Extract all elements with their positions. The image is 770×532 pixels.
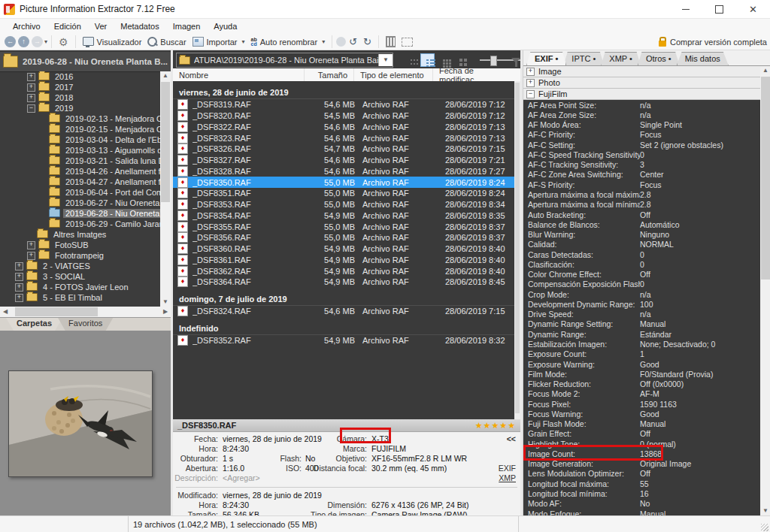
exif-row[interactable]: Exposure Warning:Good	[523, 359, 760, 369]
filter-icon[interactable]	[511, 58, 520, 63]
file-row[interactable]: ♦_DSF8328.RAF54,6 MBArchivo RAF28/06/201…	[173, 166, 514, 177]
exif-row[interactable]: Crop Mode:n/a	[523, 289, 760, 299]
tree-item[interactable]: +Fototrampeig	[0, 250, 160, 261]
expand-icon[interactable]: +	[15, 294, 23, 302]
exif-row[interactable]: Estabilización Imagen:None; Desactivado;…	[523, 339, 760, 349]
resize-grip[interactable]	[761, 524, 768, 531]
tree-item[interactable]: +2018	[0, 92, 160, 103]
file-row[interactable]: ♦_DSF8354.RAF54,9 MBArchivo RAF28/06/201…	[173, 210, 514, 222]
exif-row[interactable]: AF-C Tracking Sensitivity:3	[523, 160, 760, 170]
tree-item[interactable]: 2019-03-21 - Salida luna Dreams	[0, 156, 160, 166]
expand-icon[interactable]: +	[27, 252, 35, 260]
close-button[interactable]: ✕	[736, 0, 770, 18]
back-button[interactable]: ←	[5, 36, 16, 47]
view-details-button[interactable]	[420, 53, 435, 67]
descripcion-add[interactable]: <Agregar>	[223, 473, 260, 482]
section-image[interactable]: +Image	[523, 66, 760, 77]
thumbnail-size-slider[interactable]	[480, 55, 498, 65]
preview-image[interactable]	[8, 370, 153, 477]
exif-row[interactable]: Focus Pixel:1590 1163	[523, 399, 760, 409]
exif-row[interactable]: AF Area Point Size:n/a	[523, 100, 760, 110]
tree-item[interactable]: +2 - VIATGES	[0, 261, 160, 271]
exif-row[interactable]: Caras Detectadas:0	[523, 249, 760, 259]
exif-row[interactable]: Exposure Count:1	[523, 349, 760, 359]
view-small-icons-button[interactable]	[404, 53, 418, 67]
expand-icon[interactable]: +	[27, 73, 35, 81]
forward-button[interactable]: →	[32, 36, 43, 47]
file-row[interactable]: ♦_DSF8322.RAF54,6 MBArchivo RAF28/06/201…	[173, 122, 514, 133]
tree-item[interactable]: −2019	[0, 103, 160, 113]
expand-icon[interactable]: +	[15, 262, 23, 271]
tab-carpetas[interactable]: Carpetas	[6, 318, 62, 331]
rotate-left-button[interactable]: ↺	[346, 35, 360, 48]
section-photo[interactable]: +Photo	[523, 77, 760, 89]
collapse-icon[interactable]: −	[27, 104, 35, 113]
settings-button[interactable]: ⚙	[56, 35, 71, 49]
tree-item[interactable]: 2019-06-27 - Niu Oreneta Planta	[0, 198, 160, 208]
file-row[interactable]: ♦_DSF8356.RAF55,0 MBArchivo RAF28/06/201…	[173, 232, 514, 243]
menu-imagen[interactable]: Imagen	[166, 20, 208, 32]
minimize-button[interactable]	[668, 0, 702, 18]
tree-item[interactable]: +5 - EB El Timbal	[0, 292, 160, 303]
tab-otros[interactable]: Otros •	[638, 52, 680, 65]
exif-row[interactable]: AF-C Setting:Set 2 (ignore obstacles)	[523, 140, 760, 150]
file-row[interactable]: ♦_DSF8362.RAF54,9 MBArchivo RAF28/06/201…	[173, 265, 514, 277]
tree-item[interactable]: +4 - FOTOS Javier Leon	[0, 282, 160, 292]
exif-row[interactable]: Clasificación:0	[523, 259, 760, 269]
refresh-button-disabled[interactable]	[336, 37, 346, 47]
exif-row[interactable]: AF-S Priority:Focus	[523, 180, 760, 189]
file-row[interactable]: ♦_DSF8350.RAF55,0 MBArchivo RAF28/06/201…	[173, 177, 514, 188]
exif-row[interactable]: Longitud focal mínima:16	[523, 488, 760, 498]
tab-exif[interactable]: EXIF •	[526, 52, 566, 65]
view-grid-button[interactable]	[437, 53, 451, 67]
rating-stars[interactable]: ★★★★★	[475, 421, 520, 431]
file-row[interactable]: ♦_DSF8351.RAF55,0 MBArchivo RAF28/06/201…	[173, 188, 514, 199]
tree-item[interactable]: +3 - SOCIAL	[0, 271, 160, 282]
expand-icon[interactable]: +	[27, 83, 35, 92]
menu-archivo[interactable]: Archivo	[6, 20, 47, 32]
exif-row[interactable]: Modo Enfoque:Manual	[523, 509, 760, 515]
tree-item[interactable]: Altres Imatges	[0, 229, 160, 240]
exif-scroll-thumb[interactable]	[761, 77, 770, 280]
tab-iptc[interactable]: IPTC •	[563, 52, 604, 65]
expand-icon[interactable]: +	[15, 273, 23, 281]
file-row[interactable]: ♦_DSF8353.RAF55,0 MBArchivo RAF28/06/201…	[173, 199, 514, 210]
file-row[interactable]: ♦_DSF8352.RAF54,9 MBArchivo RAF28/06/201…	[173, 335, 514, 346]
importar-button[interactable]: Importar ▾	[189, 36, 248, 47]
visualizador-button[interactable]: Visualizador	[80, 36, 145, 48]
section-fujifilm[interactable]: −FujiFilm	[523, 89, 760, 100]
tree-item[interactable]: 2019-02-13 - Menjadora Can Lle	[0, 113, 160, 124]
exif-row[interactable]: AF Area Zone Size:n/a	[523, 110, 760, 119]
expand-icon[interactable]: +	[27, 241, 35, 249]
file-row[interactable]: ♦_DSF8323.RAF54,6 MBArchivo RAF28/06/201…	[173, 132, 514, 144]
exif-row[interactable]: Fuji Flash Mode:Manual	[523, 419, 760, 429]
slider-thumb[interactable]	[490, 56, 497, 66]
exif-link[interactable]: EXIF	[499, 464, 516, 473]
exif-row[interactable]: Compensación Exposición Flash:0	[523, 280, 760, 289]
exif-row[interactable]: Lens Modulation Optimizer:Off	[523, 469, 760, 479]
column-nombre[interactable]: Nombre	[173, 68, 305, 81]
tree-item[interactable]: 2019-06-29 - Camilo Jaramillo	[0, 219, 160, 229]
exif-row[interactable]: Blur Warning:Ninguno	[523, 229, 760, 239]
filelist-scrollbar[interactable]	[514, 81, 520, 419]
tree-item[interactable]: 2019-04-27 - Anellament falcon	[0, 177, 160, 187]
tab-misdatos[interactable]: Mis datos	[677, 52, 729, 65]
tree-item[interactable]: 2019-03-04 - Delta de l'Ebre	[0, 135, 160, 145]
exif-row[interactable]: Color Chrome Effect:Off	[523, 270, 760, 280]
exif-row[interactable]: Dynamic Range Setting:Manual	[523, 319, 760, 329]
tree-item[interactable]: +2017	[0, 82, 160, 92]
file-row[interactable]: ♦_DSF8355.RAF55,0 MBArchivo RAF28/06/201…	[173, 221, 514, 232]
exif-row[interactable]: Apertura máxima a focal mínima:2.8	[523, 200, 760, 210]
tree-vertical-scrollbar[interactable]: ▲ ▼	[160, 71, 171, 307]
history-dropdown[interactable]: ▾	[44, 38, 47, 45]
exif-row[interactable]: Drive Speed:n/a	[523, 310, 760, 319]
exif-row[interactable]: AF-C Priority:Focus	[523, 130, 760, 140]
rotate-right-button[interactable]: ↻	[360, 35, 374, 48]
tab-favoritos[interactable]: Favoritos	[58, 318, 113, 331]
exif-row[interactable]: Dynamic Range:Estándar	[523, 329, 760, 339]
file-row[interactable]: ♦_DSF8320.RAF54,5 MBArchivo RAF28/06/201…	[173, 110, 514, 122]
exif-row[interactable]: AF-C Zone Area Switching:Center	[523, 170, 760, 180]
tree-item[interactable]: 2019-03-13 - Aiguamolls de l'Em	[0, 145, 160, 156]
exif-row[interactable]: Calidad:NORMAL	[523, 240, 760, 249]
menu-edición[interactable]: Edición	[47, 20, 88, 32]
